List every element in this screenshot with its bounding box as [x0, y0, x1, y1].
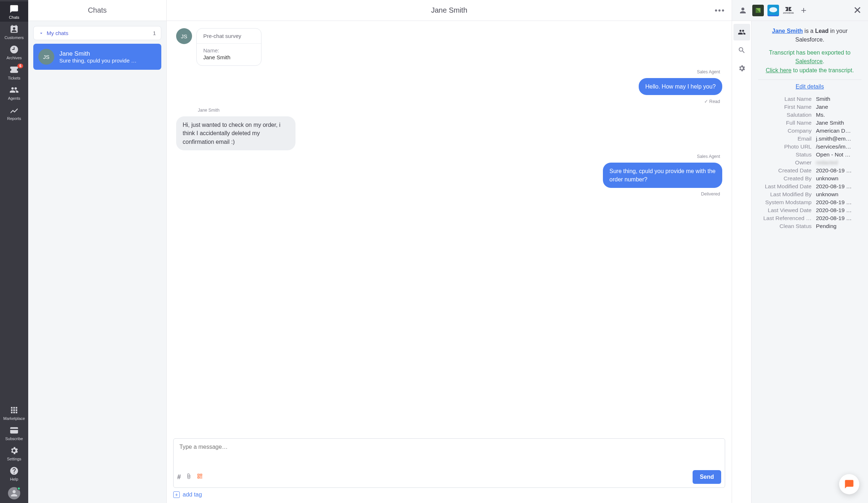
qr-icon[interactable]	[197, 473, 203, 481]
rail-marketplace[interactable]: Marketplace	[0, 403, 28, 423]
rp-tab-settings[interactable]	[733, 60, 750, 77]
survey-row: JS Pre-chat survey Name: Jane Smith	[176, 28, 722, 66]
attachment-icon[interactable]	[186, 473, 192, 481]
my-chats-label: My chats	[47, 30, 68, 36]
field-value: American D…	[816, 128, 861, 134]
agent-message-bubble: Hello. How may I help you?	[639, 78, 722, 95]
canned-response-icon[interactable]: #	[177, 473, 181, 481]
field-value: /services/im…	[816, 143, 861, 150]
lead-field-row: Last NameSmith	[758, 95, 861, 103]
rail-agents-label: Agents	[8, 96, 20, 100]
rail-customers[interactable]: Customers	[0, 22, 28, 42]
lead-field-row: Photo URL/services/im…	[758, 143, 861, 151]
rp-tab-contact[interactable]	[733, 24, 750, 40]
rp-tab-search[interactable]	[733, 42, 750, 59]
salesforce-link[interactable]: Salesforce	[795, 58, 823, 64]
field-value: 2020-08-19 …	[816, 199, 861, 206]
chats-header: Chats	[28, 0, 166, 21]
field-label: First Name	[758, 104, 816, 110]
agents-icon	[9, 85, 19, 95]
survey-name-label: Name:	[203, 47, 255, 53]
integration-person[interactable]	[737, 5, 749, 16]
message-row: Hi, just wanted to check on my order, i …	[176, 116, 722, 150]
help-chat-fab[interactable]	[839, 474, 859, 494]
lead-field-row: Clean StatusPending	[758, 222, 861, 230]
field-value: unknown	[816, 191, 861, 198]
rail-help-label: Help	[10, 477, 18, 481]
add-tag-button[interactable]: + add tag	[173, 491, 725, 498]
rail-archives-label: Archives	[7, 56, 22, 60]
field-value: 2020-08-19 …	[816, 183, 861, 190]
edit-details-link[interactable]: Edit details	[758, 83, 861, 90]
rail-profile-avatar[interactable]	[8, 487, 20, 499]
rail-reports[interactable]: Reports	[0, 103, 28, 123]
update-transcript-link[interactable]: Click here	[766, 67, 791, 73]
add-integration-button[interactable]: +	[798, 5, 809, 16]
field-value: j.smith@em…	[816, 136, 861, 142]
message-status: ✓ Read	[176, 99, 720, 104]
my-chats-toggle[interactable]: My chats 1	[33, 26, 161, 40]
svg-point-0	[769, 7, 777, 12]
customers-icon	[9, 25, 19, 34]
close-panel-button[interactable]: ✕	[852, 4, 863, 16]
chat-item-name: Jane Smith	[59, 50, 136, 57]
export-notice: Transcript has been exported to Salesfor…	[758, 48, 861, 66]
survey-heading: Pre-chat survey	[197, 29, 261, 44]
update-notice: Click here to update the transcript.	[758, 67, 861, 74]
chevron-down-icon	[39, 31, 44, 36]
rail-settings[interactable]: Settings	[0, 443, 28, 463]
chat-item-preview: Sure thing, cpuld you provide …	[59, 57, 136, 64]
grid-icon	[9, 405, 19, 415]
field-label: Owner	[758, 159, 816, 166]
chat-list-item[interactable]: JS Jane Smith Sure thing, cpuld you prov…	[33, 44, 161, 70]
field-label: Status	[758, 151, 816, 158]
message-status: Delivered	[176, 192, 720, 197]
field-label: Last Modified Date	[758, 183, 816, 190]
rail-subscribe[interactable]: Subscribe	[0, 423, 28, 443]
composer-area: # Send + add tag	[167, 435, 732, 503]
lead-name-link[interactable]: Jane Smith	[772, 28, 803, 34]
field-value: Ms.	[816, 112, 861, 118]
conversation-column: Jane Smith ••• JS Pre-chat survey Name: …	[167, 0, 732, 503]
field-value: Jane	[816, 104, 861, 110]
field-label: Created By	[758, 175, 816, 182]
rail-chats[interactable]: Chats	[0, 1, 28, 22]
integration-livechat[interactable]	[752, 5, 764, 16]
zendesk-icon	[785, 7, 792, 12]
lead-field-row: Last Referenced …2020-08-19 …	[758, 214, 861, 222]
field-label: Last Name	[758, 96, 816, 102]
integration-zendesk[interactable]: zendesk	[783, 5, 794, 16]
lead-field-row: CompanyAmerican D…	[758, 127, 861, 135]
lead-field-list: Last NameSmithFirst NameJaneSalutationMs…	[758, 95, 861, 230]
lead-field-row: Last Viewed Date2020-08-19 …	[758, 206, 861, 214]
field-label: Clean Status	[758, 223, 816, 229]
chats-column: Chats My chats 1 JS Jane Smith Sure thin…	[28, 0, 167, 503]
rail-help[interactable]: Help	[0, 463, 28, 483]
sender-label: Sales Agent	[176, 69, 720, 74]
right-panel-content: Jane Smith is a Lead in your Salesforce.…	[752, 21, 868, 503]
rail-chats-label: Chats	[9, 15, 20, 20]
lead-field-row: Ownerredacted	[758, 159, 861, 167]
rail-archives[interactable]: Archives	[0, 42, 28, 62]
lead-field-row: First NameJane	[758, 103, 861, 111]
integrations-bar: zendesk + ✕	[732, 0, 868, 21]
rail-marketplace-label: Marketplace	[3, 416, 25, 421]
rail-reports-label: Reports	[7, 116, 21, 121]
clock-icon	[9, 45, 19, 54]
message-composer: # Send	[173, 438, 725, 488]
field-value: 2020-08-19 …	[816, 167, 861, 174]
lead-field-row: System Modstamp2020-08-19 …	[758, 198, 861, 206]
message-input[interactable]	[174, 439, 725, 467]
send-button[interactable]: Send	[693, 470, 721, 484]
nav-rail: Chats Customers Archives 6 Tickets Agent…	[0, 0, 28, 503]
rail-tickets[interactable]: 6 Tickets	[0, 62, 28, 82]
more-menu-button[interactable]: •••	[715, 6, 725, 15]
rail-agents[interactable]: Agents	[0, 82, 28, 103]
agent-message-bubble: Sure thing, cpuld you provide me with th…	[603, 163, 722, 188]
chat-icon	[9, 4, 19, 14]
integration-salesforce[interactable]	[767, 5, 779, 16]
message-list[interactable]: JS Pre-chat survey Name: Jane Smith Sale…	[167, 21, 732, 435]
lead-field-row: StatusOpen - Not …	[758, 151, 861, 159]
field-label: Salutation	[758, 112, 816, 118]
lead-field-row: Last Modified Date2020-08-19 …	[758, 182, 861, 190]
